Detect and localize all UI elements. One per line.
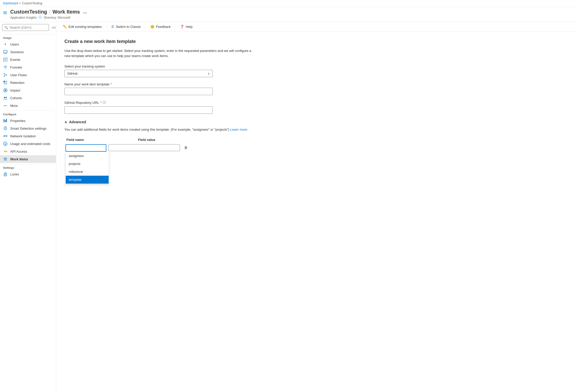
svg-point-31 — [5, 128, 6, 129]
tracking-system-select[interactable]: GitHub ∨ — [64, 70, 213, 77]
sidebar-item-impact[interactable]: Impact — [0, 86, 56, 94]
svg-point-25 — [4, 105, 5, 106]
sidebar-item-label-api-access: API Access — [10, 150, 27, 153]
sidebar-item-locks[interactable]: Locks — [0, 170, 56, 178]
github-url-info-icon[interactable]: ⓘ — [103, 100, 106, 105]
dropdown-item-projects[interactable]: projects — [66, 160, 109, 168]
sidebar-divider — [3, 164, 53, 164]
sidebar-item-label-more: More — [10, 104, 18, 108]
header-subtitle: Application Insights ⓘ Directory: Micros… — [10, 15, 87, 20]
header-app-name: CustomTesting — [10, 9, 47, 15]
sidebar-item-more[interactable]: More — [0, 102, 56, 109]
header-more-button[interactable]: ... — [83, 9, 87, 15]
svg-point-23 — [4, 97, 5, 98]
search-box[interactable]: 🔍 — [2, 24, 49, 31]
field-value-input[interactable] — [108, 144, 180, 151]
svg-text:$: $ — [5, 143, 6, 145]
switch-icon: ☰ — [111, 25, 114, 29]
sidebar-item-user-flows[interactable]: User Flows — [0, 71, 56, 79]
header-page-name: Work Items — [52, 9, 80, 15]
learn-more-link[interactable]: Learn more — [230, 128, 247, 131]
breadcrumb-bar: Dashboard > CustomTesting — [0, 0, 576, 7]
delete-row-button[interactable]: 🗑 — [182, 144, 190, 151]
sidebar-collapse-button[interactable]: << — [52, 26, 56, 30]
sidebar-item-label-network-isolation: Network Isolation — [10, 134, 36, 138]
svg-rect-19 — [4, 83, 5, 84]
dropdown-item-assignees[interactable]: assignees — [66, 152, 109, 160]
dropdown-item-template[interactable]: template — [66, 176, 109, 184]
sidebar: 🔍 << Usage•UsersSessionsEventsFunnelsUse… — [0, 22, 56, 392]
svg-point-27 — [6, 105, 7, 106]
field-name-dropdown-container: assigneesprojectsmilestonetemplate — [65, 144, 106, 152]
field-name-cell: assigneesprojectsmilestonetemplate — [64, 143, 107, 153]
sidebar-item-label-events: Events — [10, 58, 20, 62]
tracking-system-value: GitHub — [67, 72, 77, 75]
advanced-description: You can add additional fields for work i… — [64, 127, 253, 132]
edit-templates-button[interactable]: ✏️ Edit existing templates — [60, 24, 104, 30]
sidebar-item-users[interactable]: •Users — [0, 40, 56, 48]
svg-line-15 — [5, 74, 6, 75]
template-name-input[interactable] — [64, 88, 213, 95]
advanced-toggle[interactable]: ∧ Advanced — [64, 120, 253, 124]
breadcrumb: Dashboard > CustomTesting — [3, 2, 42, 5]
breadcrumb-dashboard[interactable]: Dashboard — [3, 2, 18, 5]
sidebar-item-cohorts[interactable]: Cohorts — [0, 94, 56, 102]
svg-rect-2 — [3, 14, 7, 14]
sidebar-item-smart-detection[interactable]: Smart Detection settings — [0, 125, 56, 132]
sidebar-item-usage-costs[interactable]: $Usage and estimated costs — [0, 140, 56, 148]
sidebar-item-retention[interactable]: Retention — [0, 79, 56, 86]
sidebar-item-events[interactable]: Events — [0, 56, 56, 63]
toolbar-divider-2 — [145, 24, 146, 30]
header-text: CustomTesting | Work Items ... Applicati… — [10, 9, 87, 20]
sidebar-item-sessions[interactable]: Sessions — [0, 48, 56, 56]
header-directory: Directory: Microsoft — [44, 16, 70, 19]
header-menu-icon[interactable] — [3, 10, 7, 15]
locks-icon — [3, 172, 8, 176]
svg-rect-20 — [6, 83, 7, 84]
properties-icon — [3, 119, 8, 123]
sidebar-item-api-access[interactable]: API Access — [0, 148, 56, 155]
github-url-group: GitHub Repository URL * ⓘ — [64, 100, 253, 114]
svg-point-24 — [6, 97, 7, 98]
sidebar-item-label-funnels: Funnels — [10, 65, 22, 69]
svg-rect-0 — [3, 12, 7, 12]
sidebar-item-label-smart-detection: Smart Detection settings — [10, 127, 47, 130]
sidebar-item-label-users: Users — [10, 42, 19, 46]
feedback-icon: 🙂 — [150, 25, 154, 29]
svg-point-40 — [6, 151, 7, 152]
sidebar-section-usage: Usage — [0, 35, 56, 40]
dropdown-item-milestone[interactable]: milestone — [66, 168, 109, 176]
api-access-icon — [3, 149, 8, 153]
sidebar-item-work-items[interactable]: Work Items — [0, 155, 56, 163]
svg-rect-18 — [6, 81, 7, 82]
svg-point-32 — [4, 136, 5, 137]
help-button[interactable]: ❓ Help — [177, 24, 195, 30]
sidebar-item-network-isolation[interactable]: Network Isolation — [0, 132, 56, 140]
feedback-label: Feedback — [156, 25, 171, 29]
tracking-system-label: Select your tracking system — [64, 64, 253, 68]
template-name-group: Name your work item template * — [64, 82, 253, 95]
sidebar-item-label-user-flows: User Flows — [10, 73, 27, 77]
svg-point-13 — [6, 74, 7, 75]
svg-point-45 — [5, 175, 6, 175]
github-url-input[interactable] — [64, 106, 213, 114]
sidebar-nav: Usage•UsersSessionsEventsFunnelsUser Flo… — [0, 33, 56, 178]
cohorts-icon — [3, 96, 8, 100]
header-info-icon[interactable]: ⓘ — [39, 15, 42, 20]
help-label: Help — [186, 25, 193, 29]
usage-costs-icon: $ — [3, 142, 8, 146]
field-name-dropdown[interactable]: assigneesprojectsmilestonetemplate — [65, 152, 109, 184]
advanced-title: Advanced — [69, 120, 86, 124]
feedback-button[interactable]: 🙂 Feedback — [148, 24, 173, 30]
sidebar-item-properties[interactable]: Properties — [0, 117, 56, 125]
field-name-input[interactable] — [65, 144, 106, 152]
delete-cell: 🗑 — [181, 143, 191, 153]
github-url-label: GitHub Repository URL * ⓘ — [64, 100, 253, 105]
breadcrumb-separator: > — [19, 2, 21, 5]
header-app-insights-label: Application Insights — [10, 16, 37, 19]
switch-classic-button[interactable]: ☰ Switch to Classic — [109, 24, 143, 30]
sidebar-item-funnels[interactable]: Funnels — [0, 63, 56, 71]
content-area: Create a new work item template Use the … — [56, 32, 261, 160]
page-title-heading: CustomTesting | Work Items ... — [10, 9, 87, 15]
search-input[interactable] — [10, 26, 47, 29]
